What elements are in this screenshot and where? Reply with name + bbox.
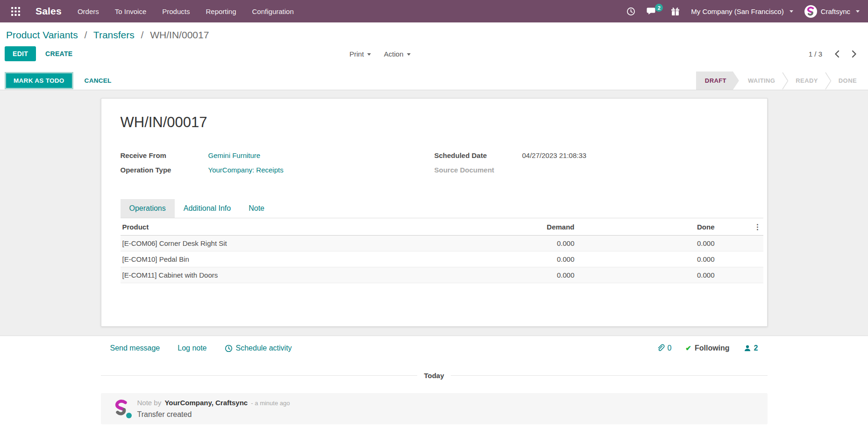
- topbar-right: 2 My Company (San Francisco): [626, 5, 860, 18]
- rewards-button[interactable]: [671, 7, 680, 16]
- breadcrumb-current: WH/IN/00017: [150, 29, 209, 40]
- control-panel: EDIT CREATE Print Action 1 / 3: [0, 42, 868, 66]
- activities-button[interactable]: [626, 7, 635, 16]
- table-row[interactable]: [E-COM06] Corner Desk Right Sit 0.000 0.…: [121, 236, 763, 251]
- cell-product[interactable]: [E-COM06] Corner Desk Right Sit: [121, 236, 478, 251]
- menu-configuration[interactable]: Configuration: [252, 7, 294, 15]
- message-timestamp: - a minute ago: [251, 400, 290, 407]
- field-group-right: Scheduled Date 04/27/2023 21:08:33 Sourc…: [434, 151, 748, 180]
- message-count-badge: 2: [655, 4, 663, 12]
- apps-menu-icon[interactable]: [7, 3, 23, 19]
- receive-from-value[interactable]: Gemini Furniture: [208, 151, 261, 160]
- day-divider: Today: [101, 372, 768, 380]
- messages-button[interactable]: 2: [647, 7, 657, 15]
- operation-type-label: Operation Type: [121, 166, 208, 174]
- followers-button[interactable]: 2: [744, 344, 758, 352]
- cell-demand[interactable]: 0.000: [478, 267, 576, 283]
- form-sheet: WH/IN/00017 Receive From Gemini Furnitur…: [101, 98, 768, 327]
- status-separator-icon: [782, 72, 789, 90]
- chatter-toolbar-right: 0 ✔ Following 2: [656, 344, 758, 352]
- action-dropdown[interactable]: Action: [384, 50, 411, 58]
- chevron-down-icon: [367, 53, 371, 56]
- edit-button[interactable]: EDIT: [5, 46, 36, 61]
- print-action-group: Print Action: [349, 50, 411, 58]
- breadcrumb-product-variants[interactable]: Product Variants: [6, 29, 78, 40]
- menu-reporting[interactable]: Reporting: [206, 7, 236, 15]
- cell-demand[interactable]: 0.000: [478, 251, 576, 267]
- menu-orders[interactable]: Orders: [78, 7, 99, 15]
- breadcrumb-separator: /: [85, 29, 87, 40]
- operation-type-value[interactable]: YourCompany: Receipts: [208, 166, 284, 174]
- following-button[interactable]: ✔ Following: [685, 344, 729, 352]
- message-author[interactable]: YourCompany, Craftsync: [164, 399, 248, 407]
- check-icon: ✔: [685, 344, 691, 352]
- operations-table: Product Demand Done ⋮ [E-COM06] Corner D…: [121, 218, 763, 283]
- field-group-left: Receive From Gemini Furniture Operation …: [121, 151, 434, 180]
- cell-product[interactable]: [E-COM11] Cabinet with Doors: [121, 267, 478, 283]
- status-draft[interactable]: DRAFT: [696, 72, 739, 90]
- send-message-button[interactable]: Send message: [110, 344, 160, 352]
- column-demand[interactable]: Demand: [478, 218, 576, 236]
- chatter-toolbar: Send message Log note Schedule activity …: [101, 344, 768, 352]
- column-done[interactable]: Done: [576, 218, 717, 236]
- create-button[interactable]: CREATE: [39, 46, 79, 61]
- tab-note[interactable]: Note: [240, 199, 273, 218]
- pager: 1 / 3: [809, 50, 857, 58]
- tab-operations[interactable]: Operations: [121, 199, 175, 218]
- status-waiting[interactable]: WAITING: [741, 72, 782, 90]
- schedule-activity-button[interactable]: Schedule activity: [225, 344, 292, 352]
- cell-done[interactable]: 0.000: [576, 267, 717, 283]
- tab-bar: Operations Additional Info Note: [121, 199, 763, 218]
- message-body: Note by YourCompany, Craftsync - a minut…: [137, 398, 290, 419]
- form-view-background: WH/IN/00017 Receive From Gemini Furnitur…: [0, 90, 868, 336]
- tab-additional-info[interactable]: Additional Info: [175, 199, 240, 218]
- record-title: WH/IN/00017: [121, 114, 767, 131]
- person-icon: [744, 344, 751, 352]
- breadcrumb: Product Variants / Transfers / WH/IN/000…: [0, 22, 868, 42]
- log-note-button[interactable]: Log note: [178, 344, 206, 352]
- user-name: Craftsync: [821, 7, 850, 15]
- top-navbar: Sales Orders To Invoice Products Reporti…: [0, 0, 868, 22]
- app-name[interactable]: Sales: [36, 6, 62, 17]
- column-product[interactable]: Product: [121, 218, 478, 236]
- breadcrumb-separator: /: [141, 29, 144, 40]
- pager-next-button[interactable]: [852, 50, 857, 58]
- online-status-dot: [126, 413, 132, 418]
- print-dropdown[interactable]: Print: [349, 50, 371, 58]
- chevron-down-icon: [790, 10, 793, 13]
- form-statusbar: MARK AS TODO CANCEL DRAFT WAITING READY …: [0, 72, 868, 90]
- chevron-down-icon: [407, 53, 411, 56]
- breadcrumb-transfers[interactable]: Transfers: [93, 29, 135, 40]
- cell-product[interactable]: [E-COM10] Pedal Bin: [121, 251, 478, 267]
- scheduled-date-value: 04/27/2023 21:08:33: [522, 151, 587, 160]
- table-row[interactable]: [E-COM10] Pedal Bin 0.000 0.000: [121, 251, 763, 267]
- table-options-icon[interactable]: ⋮: [717, 218, 763, 236]
- table-row[interactable]: [E-COM11] Cabinet with Doors 0.000 0.000: [121, 267, 763, 283]
- chatter-message[interactable]: Note by YourCompany, Craftsync - a minut…: [101, 393, 768, 424]
- receive-from-label: Receive From: [121, 151, 208, 160]
- scheduled-date-label: Scheduled Date: [434, 151, 522, 160]
- mark-as-todo-button[interactable]: MARK AS TODO: [6, 73, 72, 88]
- table-header-row: Product Demand Done ⋮: [121, 218, 763, 236]
- status-ready[interactable]: READY: [789, 72, 825, 90]
- menu-products[interactable]: Products: [162, 7, 190, 15]
- company-switcher[interactable]: My Company (San Francisco): [691, 7, 793, 15]
- clock-icon: [225, 344, 233, 352]
- odoo-app-window: Sales Orders To Invoice Products Reporti…: [0, 0, 868, 437]
- status-pipeline: DRAFT WAITING READY DONE: [696, 72, 868, 90]
- pager-previous-button[interactable]: [834, 50, 840, 58]
- status-done[interactable]: DONE: [832, 72, 868, 90]
- paperclip-icon: [656, 344, 665, 352]
- pager-counter: 1 / 3: [809, 50, 822, 58]
- menu-to-invoice[interactable]: To Invoice: [115, 7, 147, 15]
- chevron-left-icon: [834, 50, 840, 58]
- cell-demand[interactable]: 0.000: [478, 236, 576, 251]
- cancel-button[interactable]: CANCEL: [78, 73, 118, 88]
- avatar: [804, 5, 817, 18]
- cell-done[interactable]: 0.000: [576, 236, 717, 251]
- attachments-button[interactable]: 0: [656, 344, 671, 352]
- user-menu[interactable]: Craftsync: [804, 5, 860, 18]
- company-name: My Company (San Francisco): [691, 7, 783, 15]
- cell-done[interactable]: 0.000: [576, 251, 717, 267]
- source-document-label: Source Document: [434, 166, 522, 174]
